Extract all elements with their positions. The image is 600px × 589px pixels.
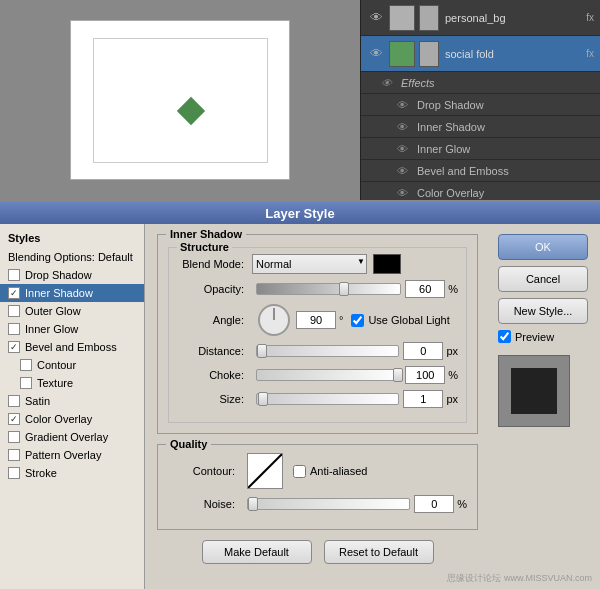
contour-row: Contour: Anti-aliased: [168, 453, 467, 489]
inner-shadow-checkbox[interactable]: [8, 287, 20, 299]
make-default-button[interactable]: Make Default: [202, 540, 312, 564]
effects-eye-icon[interactable]: 👁: [381, 77, 395, 89]
choke-input[interactable]: [405, 366, 445, 384]
angle-dial[interactable]: [258, 304, 290, 336]
quality-section: Quality Contour: Anti-aliased: [157, 444, 478, 530]
style-item-inner-glow[interactable]: Inner Glow: [0, 320, 144, 338]
stroke-checkbox[interactable]: [8, 467, 20, 479]
choke-slider[interactable]: [256, 369, 401, 381]
effect-name: Drop Shadow: [417, 99, 484, 111]
color-overlay-checkbox[interactable]: [8, 413, 20, 425]
contour-thumbnail[interactable]: [247, 453, 283, 489]
style-item-pattern-overlay[interactable]: Pattern Overlay: [0, 446, 144, 464]
style-item-drop-shadow[interactable]: Drop Shadow: [0, 266, 144, 284]
satin-checkbox[interactable]: [8, 395, 20, 407]
use-global-light-label[interactable]: Use Global Light: [351, 314, 449, 327]
layer-row[interactable]: 👁 personal_bg fx: [361, 0, 600, 36]
contour-form-label: Contour:: [168, 465, 243, 477]
style-item-bevel-emboss[interactable]: Bevel and Emboss: [0, 338, 144, 356]
preview-checkbox[interactable]: [498, 330, 511, 343]
style-item-blending[interactable]: Blending Options: Default: [0, 248, 144, 266]
distance-slider-thumb[interactable]: [257, 344, 267, 358]
choke-row: Choke: %: [177, 366, 458, 384]
blend-color-swatch[interactable]: [373, 254, 401, 274]
effect-eye-icon[interactable]: 👁: [397, 143, 411, 155]
effect-row-drop-shadow[interactable]: 👁 Drop Shadow: [361, 94, 600, 116]
style-item-outer-glow[interactable]: Outer Glow: [0, 302, 144, 320]
quality-section-title: Quality: [166, 438, 211, 450]
outer-glow-label: Outer Glow: [25, 305, 81, 317]
size-unit: px: [446, 393, 458, 405]
size-row: Size: px: [177, 390, 458, 408]
effect-row-inner-glow[interactable]: 👁 Inner Glow: [361, 138, 600, 160]
effect-row-inner-shadow[interactable]: 👁 Inner Shadow: [361, 116, 600, 138]
stroke-label: Stroke: [25, 467, 57, 479]
canvas-page: [70, 20, 290, 180]
inner-glow-checkbox[interactable]: [8, 323, 20, 335]
pattern-overlay-label: Pattern Overlay: [25, 449, 101, 461]
effect-row-color-overlay[interactable]: 👁 Color Overlay: [361, 182, 600, 200]
preview-inner: [511, 368, 557, 414]
bevel-emboss-checkbox[interactable]: [8, 341, 20, 353]
effect-eye-icon[interactable]: 👁: [397, 187, 411, 199]
style-item-contour[interactable]: Contour: [0, 356, 144, 374]
angle-row: Angle: ° Use Global Light: [177, 304, 458, 336]
effect-row-bevel-emboss[interactable]: 👁 Bevel and Emboss: [361, 160, 600, 182]
style-item-color-overlay[interactable]: Color Overlay: [0, 410, 144, 428]
noise-row: Noise: %: [168, 495, 467, 513]
pattern-overlay-checkbox[interactable]: [8, 449, 20, 461]
opacity-slider[interactable]: [256, 283, 401, 295]
inner-shadow-section: Inner Shadow Structure Blend Mode: Norma…: [157, 234, 478, 434]
distance-slider[interactable]: [256, 345, 399, 357]
style-item-gradient-overlay[interactable]: Gradient Overlay: [0, 428, 144, 446]
drop-shadow-checkbox[interactable]: [8, 269, 20, 281]
ok-button[interactable]: OK: [498, 234, 588, 260]
bevel-emboss-label: Bevel and Emboss: [25, 341, 117, 353]
angle-input[interactable]: [296, 311, 336, 329]
opacity-input[interactable]: [405, 280, 445, 298]
distance-input[interactable]: [403, 342, 443, 360]
texture-checkbox[interactable]: [20, 377, 32, 389]
size-slider[interactable]: [256, 393, 399, 405]
layer-mask-thumb: [419, 5, 439, 31]
choke-slider-thumb[interactable]: [393, 368, 403, 382]
fx-badge: fx: [586, 48, 594, 59]
noise-slider-thumb[interactable]: [248, 497, 258, 511]
effect-eye-icon[interactable]: 👁: [397, 121, 411, 133]
cancel-button[interactable]: Cancel: [498, 266, 588, 292]
eye-icon[interactable]: 👁: [367, 9, 385, 27]
opacity-slider-thumb[interactable]: [339, 282, 349, 296]
style-item-stroke[interactable]: Stroke: [0, 464, 144, 482]
eye-icon[interactable]: 👁: [367, 45, 385, 63]
effect-eye-icon[interactable]: 👁: [397, 99, 411, 111]
layer-row-selected[interactable]: 👁 social fold fx: [361, 36, 600, 72]
noise-slider[interactable]: [247, 498, 410, 510]
blending-options-label: Blending Options: Default: [8, 251, 133, 263]
effect-name: Bevel and Emboss: [417, 165, 509, 177]
dialog-title: Layer Style: [265, 206, 334, 221]
use-global-light-checkbox[interactable]: [351, 314, 364, 327]
anti-aliased-label[interactable]: Anti-aliased: [293, 465, 367, 478]
outer-glow-checkbox[interactable]: [8, 305, 20, 317]
style-item-satin[interactable]: Satin: [0, 392, 144, 410]
canvas-inner: [93, 38, 268, 163]
size-slider-thumb[interactable]: [258, 392, 268, 406]
layer-thumbnail: [389, 41, 415, 67]
choke-unit: %: [448, 369, 458, 381]
contour-checkbox[interactable]: [20, 359, 32, 371]
effects-group-label: 👁 Effects: [361, 72, 600, 94]
blend-mode-select[interactable]: Normal Multiply Screen: [252, 254, 367, 274]
effect-eye-icon[interactable]: 👁: [397, 165, 411, 177]
blend-mode-select-wrapper[interactable]: Normal Multiply Screen: [252, 254, 367, 274]
size-label: Size:: [177, 393, 252, 405]
noise-input[interactable]: [414, 495, 454, 513]
style-item-texture[interactable]: Texture: [0, 374, 144, 392]
style-item-inner-shadow[interactable]: Inner Shadow: [0, 284, 144, 302]
inner-shadow-label: Inner Shadow: [25, 287, 93, 299]
reset-to-default-button[interactable]: Reset to Default: [324, 540, 434, 564]
new-style-button[interactable]: New Style...: [498, 298, 588, 324]
size-input[interactable]: [403, 390, 443, 408]
anti-aliased-checkbox[interactable]: [293, 465, 306, 478]
preview-label[interactable]: Preview: [498, 330, 592, 343]
gradient-overlay-checkbox[interactable]: [8, 431, 20, 443]
